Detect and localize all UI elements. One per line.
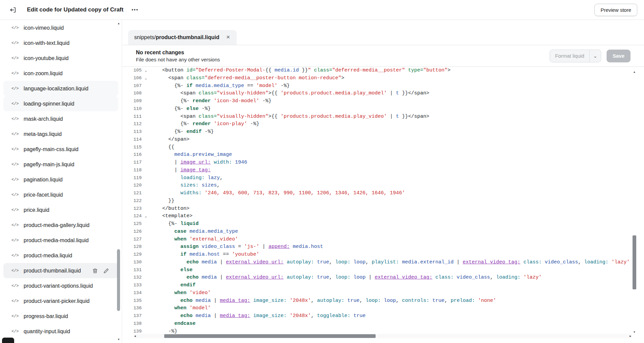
file-list-item[interactable]: </>progress-bar.liquid xyxy=(0,309,122,324)
file-name: product-thumbnail.liquid xyxy=(24,268,81,274)
code-line[interactable]: 132 echo media | external_video_url: aut… xyxy=(122,274,630,282)
code-line[interactable]: 105⌄ <button id="Deferred-Poster-Modal-{… xyxy=(122,67,630,75)
file-list-item[interactable]: </>quantity-input.liquid xyxy=(0,324,122,339)
sidebar-scrollbar[interactable]: ▲ ▼ xyxy=(117,21,121,342)
format-liquid-button[interactable]: Format liquid xyxy=(550,50,589,62)
file-list-item[interactable]: </>icon-youtube.liquid xyxy=(0,51,122,66)
file-list-item[interactable]: </>loading-spinner.liquid xyxy=(3,96,118,111)
code-line[interactable]: 120 sizes: sizes, xyxy=(122,182,630,190)
file-list-item[interactable]: </>product-media-gallery.liquid xyxy=(0,218,122,233)
scroll-up-icon[interactable]: ▲ xyxy=(117,22,121,25)
code-line[interactable]: 126 case media.media_type xyxy=(122,228,630,236)
fold-toggle-icon[interactable]: ⌄ xyxy=(142,67,150,75)
fold-spacer xyxy=(142,128,150,136)
code-line[interactable]: 106⌄ <span class="deferred-media__poster… xyxy=(122,75,630,82)
line-number: 119 xyxy=(122,174,142,182)
fold-spacer xyxy=(142,167,150,174)
file-list-item-selected[interactable]: </>product-thumbnail.liquid xyxy=(3,263,118,278)
file-list-item[interactable]: </>product-variant-options.liquid xyxy=(0,278,122,293)
fold-toggle-icon[interactable]: ⌄ xyxy=(142,75,150,82)
code-line[interactable]: 112 {%- render 'icon-play' -%} xyxy=(122,120,630,128)
more-actions-button[interactable]: ••• xyxy=(131,7,139,12)
code-line[interactable]: 124⌄ <template> xyxy=(122,212,630,220)
code-line[interactable]: 133 endif xyxy=(122,282,630,289)
file-list-item[interactable]: </>mask-arch.liquid xyxy=(0,111,122,126)
code-line[interactable]: 128 assign video_class = 'js-' | append:… xyxy=(122,243,630,251)
file-list-item[interactable]: </>icon-with-text.liquid xyxy=(0,35,122,51)
code-line[interactable]: 114 </span> xyxy=(122,136,630,144)
rename-file-button[interactable] xyxy=(103,267,110,274)
exit-editor-button[interactable] xyxy=(7,4,19,16)
code-line[interactable]: 111 <span class="visually-hidden">{{ 'pr… xyxy=(122,113,630,121)
file-list-item[interactable]: </>price-facet.liquid xyxy=(0,187,122,202)
code-line[interactable]: 109 {%- render 'icon-3d-model' -%} xyxy=(122,97,630,105)
code-line[interactable]: 131 else xyxy=(122,266,630,274)
file-list-item[interactable]: </>icon-vimeo.liquid xyxy=(0,20,122,35)
code-line[interactable]: 110 {%- else -%} xyxy=(122,105,630,113)
code-text: echo media | media_tag: image_size: '204… xyxy=(150,297,496,305)
file-list-item[interactable]: </>product-media-modal.liquid xyxy=(0,233,122,248)
scroll-right-icon[interactable]: ▶ xyxy=(630,334,631,338)
code-line[interactable]: 123 </button> xyxy=(122,205,630,213)
code-line[interactable]: 115 {{ xyxy=(122,144,630,151)
page-title: Edit code for Updated copy of Craft xyxy=(27,6,123,13)
code-line[interactable]: 116 media.preview_image xyxy=(122,151,630,159)
file-name: mask-arch.liquid xyxy=(24,116,63,122)
sidebar-scrollbar-thumb[interactable] xyxy=(117,249,120,311)
code-line[interactable]: 125 {%- liquid xyxy=(122,220,630,228)
code-text: if media.host == 'youtube' xyxy=(150,251,259,259)
editor-vertical-scrollbar[interactable]: ▲ ▼ xyxy=(632,68,637,337)
code-line[interactable]: 107 {%- if media.media_type == 'model' -… xyxy=(122,82,630,90)
horizontal-scrollbar-thumb[interactable] xyxy=(164,334,376,338)
tab-product-thumbnail[interactable]: snippets/product-thumbnail.liquid × xyxy=(128,30,237,45)
file-list-item[interactable]: </>product-variant-picker.liquid xyxy=(0,293,122,309)
file-list-item[interactable]: </>price.liquid xyxy=(0,202,122,218)
scroll-up-icon[interactable]: ▲ xyxy=(632,68,637,76)
file-list-item[interactable]: </>icon-zoom.liquid xyxy=(0,66,122,81)
fold-spacer xyxy=(142,205,150,213)
fold-spacer xyxy=(142,97,150,105)
code-line[interactable]: 117 | image_url: width: 1946 xyxy=(122,159,630,167)
code-line[interactable]: 121 widths: '246, 493, 600, 713, 823, 99… xyxy=(122,190,630,197)
close-tab-button[interactable]: × xyxy=(224,33,232,41)
code-file-icon: </> xyxy=(11,71,19,76)
file-list-item[interactable]: </>pagination.liquid xyxy=(0,172,122,187)
scroll-down-icon[interactable]: ▼ xyxy=(117,338,121,341)
code-line[interactable]: 135 echo media | media_tag: image_size: … xyxy=(122,297,630,305)
file-list-item[interactable]: </>product-media.liquid xyxy=(0,248,122,263)
status-actions: Format liquid ⌄ Save xyxy=(550,50,631,62)
code-line[interactable]: 122 }} xyxy=(122,197,630,205)
code-line[interactable]: 138 endcase xyxy=(122,320,630,328)
file-name: icon-zoom.liquid xyxy=(24,70,63,77)
code-line[interactable]: 134 when 'video' xyxy=(122,289,630,297)
save-button[interactable]: Save xyxy=(607,50,631,62)
fold-toggle-icon[interactable]: ⌄ xyxy=(142,212,150,220)
file-name: language-localization.liquid xyxy=(24,86,88,92)
delete-file-button[interactable] xyxy=(92,267,98,274)
file-list-item[interactable]: </>pagefly-main-css.liquid xyxy=(0,142,122,157)
corner-widget[interactable] xyxy=(2,338,14,343)
code-text: <template> xyxy=(150,212,193,220)
code-editor[interactable]: 105⌄ <button id="Deferred-Poster-Modal-{… xyxy=(122,67,644,343)
code-text: {%- if media.media_type == 'model' -%} xyxy=(150,82,290,90)
file-list-item[interactable]: </>meta-tags.liquid xyxy=(0,126,122,142)
line-number: 120 xyxy=(122,182,142,190)
code-line[interactable]: 108 <span class="visually-hidden">{{ 'pr… xyxy=(122,90,630,97)
code-line[interactable]: 127 when 'external_video' xyxy=(122,236,630,244)
file-list-item[interactable]: </>pagefly-main-js.liquid xyxy=(0,157,122,172)
code-line[interactable]: 119 loading: lazy, xyxy=(122,174,630,182)
code-line[interactable]: 136 when 'model' xyxy=(122,305,630,312)
format-options-button[interactable]: ⌄ xyxy=(590,50,601,62)
code-text: case media.media_type xyxy=(150,228,238,236)
scroll-down-icon[interactable]: ▼ xyxy=(632,328,637,336)
code-line[interactable]: 130 echo media | external_video_url: aut… xyxy=(122,259,630,266)
code-line[interactable]: 137 echo media | media_tag: image_size: … xyxy=(122,312,630,320)
file-list-item[interactable]: </>language-localization.liquid xyxy=(3,81,118,96)
scroll-left-icon[interactable]: ◀ xyxy=(134,334,136,338)
preview-store-button[interactable]: Preview store xyxy=(594,4,637,16)
code-line[interactable]: 113 {%- endif -%} xyxy=(122,128,630,136)
code-line[interactable]: 118 | image_tag: xyxy=(122,167,630,174)
vertical-scrollbar-thumb[interactable] xyxy=(633,235,636,289)
code-line[interactable]: 129 if media.host == 'youtube' xyxy=(122,251,630,259)
editor-horizontal-scrollbar[interactable]: ◀ ▶ xyxy=(134,334,632,338)
